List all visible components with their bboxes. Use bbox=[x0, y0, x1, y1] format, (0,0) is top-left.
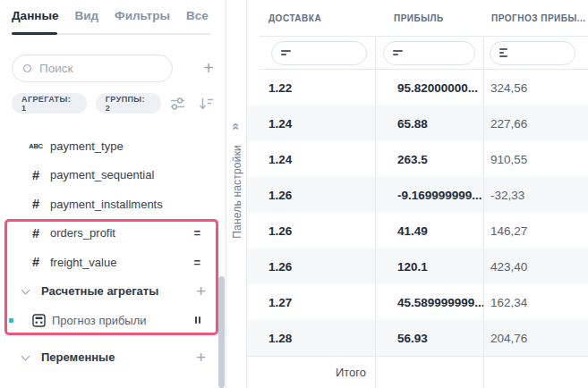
filter-icon bbox=[281, 50, 291, 55]
table-cell: 162,34 bbox=[483, 296, 588, 309]
table-cell: 910,55 bbox=[483, 153, 588, 166]
table-cell: 41.49 bbox=[375, 224, 483, 238]
field-payment-sequential[interactable]: # payment_sequential bbox=[0, 161, 226, 190]
table-header-row: ДОСТАВКА ПРИБЫЛЬ ПРОГНОЗ ПРИБЫ... bbox=[247, 0, 588, 36]
table-cell: 423,40 bbox=[483, 260, 588, 274]
search-box[interactable] bbox=[12, 55, 173, 82]
grid-line bbox=[483, 36, 484, 388]
table-row: 1.24263.5910,55 bbox=[247, 141, 588, 177]
table-row: 1.2465.88227,66 bbox=[247, 105, 588, 141]
field-payment-type[interactable]: ABC payment_type bbox=[0, 131, 226, 161]
field-label: payment_installments bbox=[50, 198, 163, 211]
search-row: + bbox=[12, 55, 214, 82]
column-header-delivery[interactable]: ДОСТАВКА bbox=[247, 13, 375, 23]
search-input[interactable] bbox=[39, 62, 147, 75]
table-row: 1.2641.49146,27 bbox=[247, 213, 588, 249]
grid-line bbox=[375, 36, 376, 388]
table-cell: 1.24 bbox=[247, 153, 375, 166]
table-cell: 324,56 bbox=[483, 81, 588, 95]
sort-icon[interactable] bbox=[199, 97, 214, 111]
sidebar-tabs: Данные Вид Фильтры Все bbox=[12, 9, 209, 22]
aggregate-equals-icon[interactable]: = bbox=[193, 226, 200, 240]
active-bullet-icon bbox=[9, 318, 13, 323]
tab-filters[interactable]: Фильтры bbox=[115, 9, 170, 22]
number-type-icon: # bbox=[27, 226, 45, 240]
table-cell: 45.589999999... bbox=[375, 296, 483, 309]
table-row: 1.2295.82000000...324,56 bbox=[247, 70, 588, 105]
table-cell: 1.27 bbox=[247, 296, 375, 309]
filter-input-profit[interactable] bbox=[383, 41, 475, 65]
aggregate-equals-icon[interactable]: = bbox=[193, 256, 200, 269]
settings-panel-label[interactable]: Панель настройки bbox=[231, 145, 243, 239]
settings-sliders-icon[interactable] bbox=[170, 97, 185, 111]
column-header-profit-forecast[interactable]: ПРОГНОЗ ПРИБЫ... bbox=[483, 13, 588, 23]
table-cell: 263.5 bbox=[375, 153, 483, 166]
filter-input-delivery[interactable] bbox=[271, 41, 367, 65]
data-sidebar: Данные Вид Фильтры Все + АГРЕГАТЫ: 1 ГРУ… bbox=[0, 0, 226, 388]
total-label: Итого bbox=[247, 366, 375, 379]
chevron-down-icon bbox=[21, 285, 30, 294]
table-cell: 1.26 bbox=[247, 189, 375, 202]
tab-data[interactable]: Данные bbox=[12, 9, 58, 22]
number-type-icon: # bbox=[27, 255, 45, 269]
table-cell: 65.88 bbox=[375, 117, 483, 131]
table-cell: 227,66 bbox=[483, 117, 588, 131]
add-field-button[interactable]: + bbox=[203, 57, 214, 79]
table-cell: 1.28 bbox=[247, 332, 375, 345]
aggregates-badge[interactable]: АГРЕГАТЫ: 1 bbox=[12, 93, 87, 114]
add-variable-button[interactable]: + bbox=[196, 348, 206, 367]
number-type-icon: # bbox=[27, 168, 45, 182]
table-row: 1.2745.589999999...162,34 bbox=[247, 284, 588, 320]
section-calculated-aggregates[interactable]: Расчетные агрегаты + bbox=[0, 277, 226, 307]
tab-underline bbox=[12, 33, 210, 35]
table-cell: 1.22 bbox=[247, 81, 375, 95]
sidebar-scrollbar-thumb[interactable] bbox=[218, 276, 225, 388]
table-filter-row bbox=[247, 36, 588, 70]
data-table: ДОСТАВКА ПРИБЫЛЬ ПРОГНОЗ ПРИБЫ... 1.2295… bbox=[247, 0, 588, 388]
table-cell: -9.169999999... bbox=[375, 189, 483, 202]
expand-panel-chevron-icon[interactable]: » bbox=[226, 122, 242, 130]
section-variables[interactable]: Переменные + bbox=[0, 343, 226, 373]
spacer bbox=[0, 335, 226, 343]
column-header-profit[interactable]: ПРИБЫЛЬ bbox=[375, 13, 483, 23]
table-cell: 56.93 bbox=[375, 332, 483, 345]
table-cell: 204,76 bbox=[483, 332, 588, 345]
calculated-item-label: Прогноз прибыли bbox=[52, 314, 147, 327]
groups-badge[interactable]: ГРУППЫ: 2 bbox=[96, 93, 161, 114]
number-type-icon: # bbox=[27, 197, 45, 211]
grid-line bbox=[260, 69, 588, 70]
field-list-tools bbox=[170, 97, 214, 111]
search-icon bbox=[23, 64, 31, 72]
field-label: payment_sequential bbox=[50, 168, 154, 181]
tab-all[interactable]: Все bbox=[186, 9, 209, 22]
table-cell: 120.1 bbox=[375, 260, 483, 274]
filter-icon bbox=[499, 48, 507, 56]
field-orders-profit[interactable]: # orders_profit = bbox=[0, 219, 226, 249]
filter-input-profit-forecast[interactable] bbox=[490, 41, 575, 65]
table-cell: 1.26 bbox=[247, 224, 375, 238]
table-row: 1.2856.93204,76 bbox=[247, 320, 588, 356]
table-body: 1.2295.82000000...324,561.2465.88227,661… bbox=[247, 70, 588, 356]
field-list: ABC payment_type # payment_sequential # … bbox=[0, 131, 226, 372]
table-cell: 146,27 bbox=[483, 224, 588, 238]
chevron-down-icon bbox=[21, 351, 30, 360]
field-label: freight_value bbox=[50, 256, 116, 269]
calculated-item-profit-forecast[interactable]: Прогноз прибыли bbox=[0, 306, 226, 335]
field-label: orders_profit bbox=[50, 226, 115, 240]
pause-icon[interactable] bbox=[195, 316, 201, 324]
tab-view[interactable]: Вид bbox=[74, 9, 98, 22]
section-label: Расчетные агрегаты bbox=[41, 284, 158, 298]
add-calculated-aggregate-button[interactable]: + bbox=[196, 282, 206, 301]
table-cell: 1.24 bbox=[247, 117, 375, 131]
table-cell: -32,33 bbox=[483, 189, 588, 202]
table-cell: 1.26 bbox=[247, 260, 375, 274]
filter-icon bbox=[393, 50, 403, 55]
field-payment-installments[interactable]: # payment_installments bbox=[0, 190, 226, 219]
grid-line bbox=[260, 36, 588, 37]
active-tab-indicator bbox=[12, 32, 57, 35]
field-label: payment_type bbox=[50, 139, 124, 153]
bi-tool-window: Данные Вид Фильтры Все + АГРЕГАТЫ: 1 ГРУ… bbox=[0, 0, 588, 388]
field-freight-value[interactable]: # freight_value = bbox=[0, 248, 226, 277]
text-type-icon: ABC bbox=[27, 142, 45, 150]
badge-row: АГРЕГАТЫ: 1 ГРУППЫ: 2 bbox=[12, 93, 214, 114]
